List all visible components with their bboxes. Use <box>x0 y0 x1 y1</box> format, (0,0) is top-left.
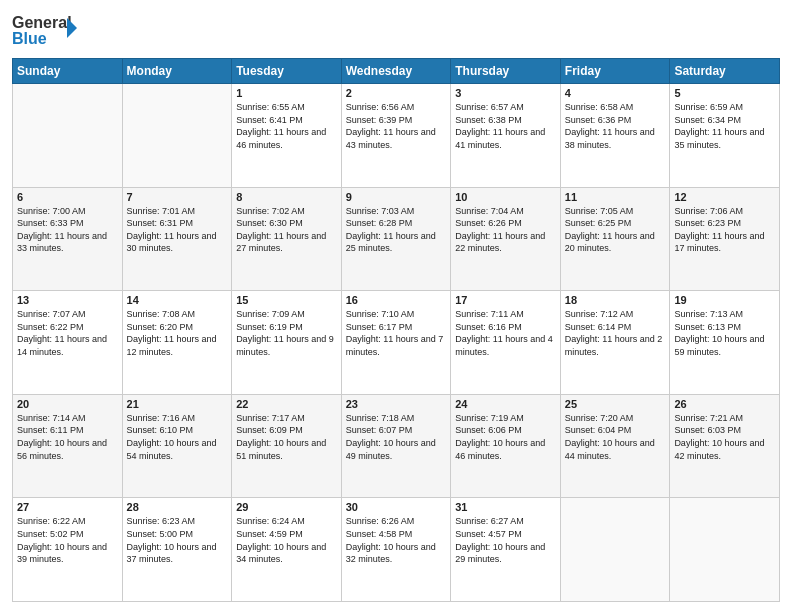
calendar-cell: 21Sunrise: 7:16 AM Sunset: 6:10 PM Dayli… <box>122 394 232 498</box>
cell-info: Sunrise: 7:12 AM Sunset: 6:14 PM Dayligh… <box>565 308 666 358</box>
calendar-cell: 3Sunrise: 6:57 AM Sunset: 6:38 PM Daylig… <box>451 84 561 188</box>
cell-info: Sunrise: 6:55 AM Sunset: 6:41 PM Dayligh… <box>236 101 337 151</box>
svg-text:General: General <box>12 14 72 31</box>
weekday-header-sunday: Sunday <box>13 59 123 84</box>
day-number: 5 <box>674 87 775 99</box>
cell-info: Sunrise: 7:09 AM Sunset: 6:19 PM Dayligh… <box>236 308 337 358</box>
calendar-cell: 25Sunrise: 7:20 AM Sunset: 6:04 PM Dayli… <box>560 394 670 498</box>
day-number: 19 <box>674 294 775 306</box>
day-number: 8 <box>236 191 337 203</box>
cell-info: Sunrise: 7:10 AM Sunset: 6:17 PM Dayligh… <box>346 308 447 358</box>
day-number: 26 <box>674 398 775 410</box>
day-number: 23 <box>346 398 447 410</box>
logo-svg: GeneralBlue <box>12 10 82 50</box>
day-number: 12 <box>674 191 775 203</box>
calendar-cell: 19Sunrise: 7:13 AM Sunset: 6:13 PM Dayli… <box>670 291 780 395</box>
day-number: 1 <box>236 87 337 99</box>
day-number: 21 <box>127 398 228 410</box>
weekday-header-tuesday: Tuesday <box>232 59 342 84</box>
day-number: 25 <box>565 398 666 410</box>
week-row-3: 20Sunrise: 7:14 AM Sunset: 6:11 PM Dayli… <box>13 394 780 498</box>
calendar-cell: 20Sunrise: 7:14 AM Sunset: 6:11 PM Dayli… <box>13 394 123 498</box>
calendar-cell <box>560 498 670 602</box>
calendar-cell: 28Sunrise: 6:23 AM Sunset: 5:00 PM Dayli… <box>122 498 232 602</box>
cell-info: Sunrise: 6:59 AM Sunset: 6:34 PM Dayligh… <box>674 101 775 151</box>
day-number: 18 <box>565 294 666 306</box>
cell-info: Sunrise: 6:58 AM Sunset: 6:36 PM Dayligh… <box>565 101 666 151</box>
cell-info: Sunrise: 6:23 AM Sunset: 5:00 PM Dayligh… <box>127 515 228 565</box>
cell-info: Sunrise: 7:17 AM Sunset: 6:09 PM Dayligh… <box>236 412 337 462</box>
weekday-header-saturday: Saturday <box>670 59 780 84</box>
cell-info: Sunrise: 7:20 AM Sunset: 6:04 PM Dayligh… <box>565 412 666 462</box>
week-row-4: 27Sunrise: 6:22 AM Sunset: 5:02 PM Dayli… <box>13 498 780 602</box>
calendar-cell: 23Sunrise: 7:18 AM Sunset: 6:07 PM Dayli… <box>341 394 451 498</box>
calendar-cell: 7Sunrise: 7:01 AM Sunset: 6:31 PM Daylig… <box>122 187 232 291</box>
cell-info: Sunrise: 7:04 AM Sunset: 6:26 PM Dayligh… <box>455 205 556 255</box>
cell-info: Sunrise: 7:08 AM Sunset: 6:20 PM Dayligh… <box>127 308 228 358</box>
calendar-cell: 24Sunrise: 7:19 AM Sunset: 6:06 PM Dayli… <box>451 394 561 498</box>
cell-info: Sunrise: 7:03 AM Sunset: 6:28 PM Dayligh… <box>346 205 447 255</box>
day-number: 29 <box>236 501 337 513</box>
calendar-cell: 14Sunrise: 7:08 AM Sunset: 6:20 PM Dayli… <box>122 291 232 395</box>
cell-info: Sunrise: 7:16 AM Sunset: 6:10 PM Dayligh… <box>127 412 228 462</box>
calendar-cell: 26Sunrise: 7:21 AM Sunset: 6:03 PM Dayli… <box>670 394 780 498</box>
svg-marker-2 <box>67 18 77 38</box>
cell-info: Sunrise: 6:27 AM Sunset: 4:57 PM Dayligh… <box>455 515 556 565</box>
cell-info: Sunrise: 7:01 AM Sunset: 6:31 PM Dayligh… <box>127 205 228 255</box>
calendar-cell: 15Sunrise: 7:09 AM Sunset: 6:19 PM Dayli… <box>232 291 342 395</box>
week-row-1: 6Sunrise: 7:00 AM Sunset: 6:33 PM Daylig… <box>13 187 780 291</box>
day-number: 22 <box>236 398 337 410</box>
day-number: 3 <box>455 87 556 99</box>
day-number: 11 <box>565 191 666 203</box>
day-number: 7 <box>127 191 228 203</box>
cell-info: Sunrise: 7:11 AM Sunset: 6:16 PM Dayligh… <box>455 308 556 358</box>
calendar-cell: 6Sunrise: 7:00 AM Sunset: 6:33 PM Daylig… <box>13 187 123 291</box>
calendar-cell: 16Sunrise: 7:10 AM Sunset: 6:17 PM Dayli… <box>341 291 451 395</box>
calendar-cell: 1Sunrise: 6:55 AM Sunset: 6:41 PM Daylig… <box>232 84 342 188</box>
week-row-0: 1Sunrise: 6:55 AM Sunset: 6:41 PM Daylig… <box>13 84 780 188</box>
calendar-cell <box>13 84 123 188</box>
day-number: 2 <box>346 87 447 99</box>
calendar-cell: 9Sunrise: 7:03 AM Sunset: 6:28 PM Daylig… <box>341 187 451 291</box>
cell-info: Sunrise: 6:56 AM Sunset: 6:39 PM Dayligh… <box>346 101 447 151</box>
day-number: 30 <box>346 501 447 513</box>
day-number: 15 <box>236 294 337 306</box>
cell-info: Sunrise: 7:06 AM Sunset: 6:23 PM Dayligh… <box>674 205 775 255</box>
day-number: 10 <box>455 191 556 203</box>
calendar-cell <box>670 498 780 602</box>
cell-info: Sunrise: 6:24 AM Sunset: 4:59 PM Dayligh… <box>236 515 337 565</box>
weekday-header-row: SundayMondayTuesdayWednesdayThursdayFrid… <box>13 59 780 84</box>
weekday-header-thursday: Thursday <box>451 59 561 84</box>
calendar-cell: 27Sunrise: 6:22 AM Sunset: 5:02 PM Dayli… <box>13 498 123 602</box>
calendar-cell: 12Sunrise: 7:06 AM Sunset: 6:23 PM Dayli… <box>670 187 780 291</box>
header: GeneralBlue <box>12 10 780 50</box>
calendar: SundayMondayTuesdayWednesdayThursdayFrid… <box>12 58 780 602</box>
weekday-header-friday: Friday <box>560 59 670 84</box>
cell-info: Sunrise: 7:19 AM Sunset: 6:06 PM Dayligh… <box>455 412 556 462</box>
day-number: 24 <box>455 398 556 410</box>
day-number: 14 <box>127 294 228 306</box>
calendar-cell <box>122 84 232 188</box>
week-row-2: 13Sunrise: 7:07 AM Sunset: 6:22 PM Dayli… <box>13 291 780 395</box>
weekday-header-wednesday: Wednesday <box>341 59 451 84</box>
day-number: 13 <box>17 294 118 306</box>
calendar-cell: 29Sunrise: 6:24 AM Sunset: 4:59 PM Dayli… <box>232 498 342 602</box>
day-number: 27 <box>17 501 118 513</box>
day-number: 31 <box>455 501 556 513</box>
calendar-cell: 22Sunrise: 7:17 AM Sunset: 6:09 PM Dayli… <box>232 394 342 498</box>
logo: GeneralBlue <box>12 10 82 50</box>
calendar-cell: 8Sunrise: 7:02 AM Sunset: 6:30 PM Daylig… <box>232 187 342 291</box>
calendar-cell: 10Sunrise: 7:04 AM Sunset: 6:26 PM Dayli… <box>451 187 561 291</box>
calendar-cell: 17Sunrise: 7:11 AM Sunset: 6:16 PM Dayli… <box>451 291 561 395</box>
calendar-cell: 13Sunrise: 7:07 AM Sunset: 6:22 PM Dayli… <box>13 291 123 395</box>
day-number: 28 <box>127 501 228 513</box>
day-number: 4 <box>565 87 666 99</box>
svg-text:Blue: Blue <box>12 30 47 47</box>
cell-info: Sunrise: 7:14 AM Sunset: 6:11 PM Dayligh… <box>17 412 118 462</box>
cell-info: Sunrise: 6:26 AM Sunset: 4:58 PM Dayligh… <box>346 515 447 565</box>
day-number: 17 <box>455 294 556 306</box>
day-number: 16 <box>346 294 447 306</box>
calendar-cell: 11Sunrise: 7:05 AM Sunset: 6:25 PM Dayli… <box>560 187 670 291</box>
cell-info: Sunrise: 6:22 AM Sunset: 5:02 PM Dayligh… <box>17 515 118 565</box>
cell-info: Sunrise: 7:21 AM Sunset: 6:03 PM Dayligh… <box>674 412 775 462</box>
